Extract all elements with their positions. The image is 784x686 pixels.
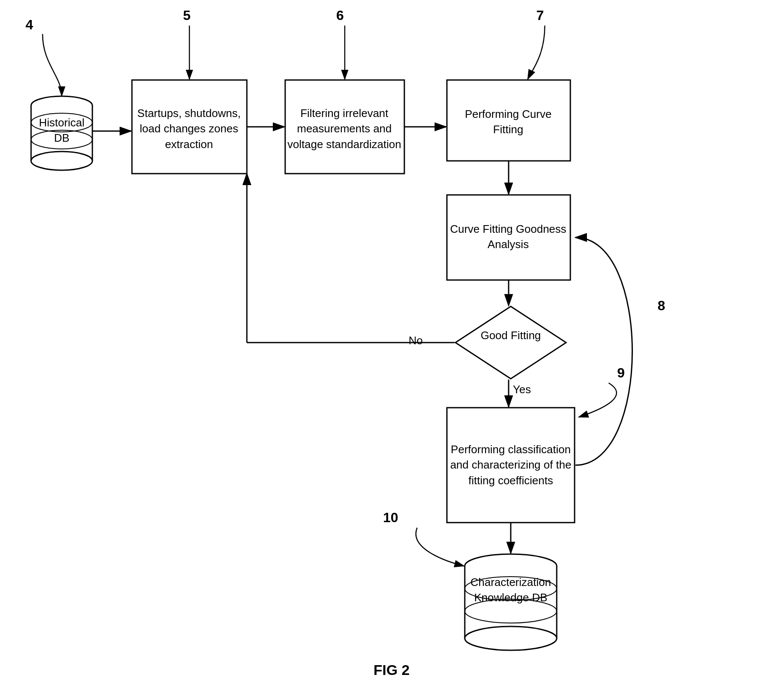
good-fitting-label: Good Fitting <box>464 328 558 343</box>
curve-fitting-label: Performing Curve Fitting <box>449 84 567 159</box>
label-10: 10 <box>383 510 398 526</box>
label-7: 7 <box>536 8 544 23</box>
label-8: 8 <box>658 298 665 314</box>
label-9: 9 <box>617 365 625 381</box>
label-5: 5 <box>183 8 191 23</box>
diagram-container: 4 5 6 7 8 9 10 Historical DB Startups, s… <box>0 0 784 686</box>
label-6: 6 <box>336 8 344 23</box>
classification-label: Performing classification and characteri… <box>449 411 572 519</box>
fig-caption: FIG 2 <box>332 662 451 678</box>
goodness-analysis-label: Curve Fitting Goodness Analysis <box>449 197 567 277</box>
yes-label: Yes <box>513 383 531 396</box>
svg-point-0 <box>31 96 92 115</box>
filtering-label: Filtering irrelevant measurements and vo… <box>287 85 401 172</box>
char-db-label: Characterization Knowledge DB <box>465 575 557 606</box>
no-label: No <box>409 334 423 347</box>
label-4: 4 <box>26 17 33 33</box>
svg-point-4 <box>31 151 92 170</box>
svg-point-17 <box>465 626 557 650</box>
startups-label: Startups, shutdowns, load changes zones … <box>134 85 244 172</box>
historical-db-label: Historical DB <box>31 115 92 146</box>
